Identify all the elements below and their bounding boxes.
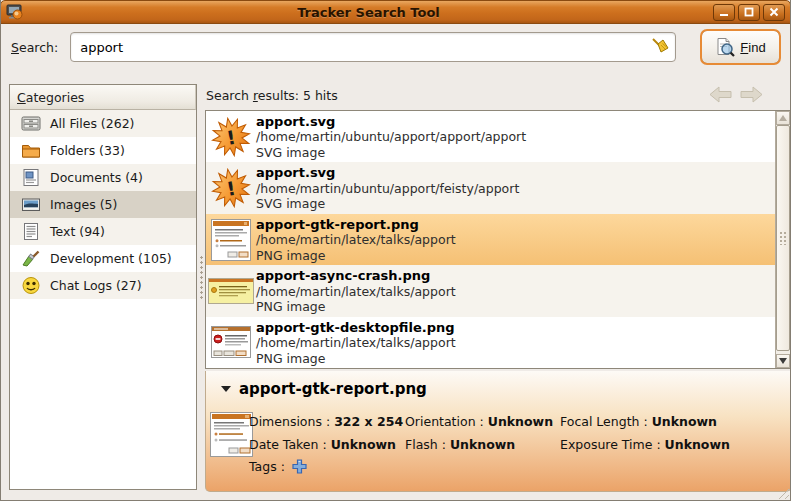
sidebar-item-all-files[interactable]: All Files (262) (10, 110, 196, 137)
metadata-field: Flash : Unknown (405, 437, 560, 452)
svg-crash-icon: ! (211, 168, 251, 208)
text-icon (21, 222, 41, 241)
result-title: apport.svg (256, 165, 519, 181)
window-title: Tracker Search Tool (24, 5, 713, 20)
all-files-icon (21, 114, 41, 133)
sidebar-item-folders[interactable]: Folders (33) (10, 137, 196, 164)
categories-panel: Categories All Files (262) Folders (33) (9, 84, 197, 490)
folder-icon (21, 141, 41, 160)
png-thumbnail (208, 278, 254, 304)
result-path: /home/martin/ubuntu/apport/apport/apport (256, 129, 526, 145)
search-input[interactable] (70, 32, 676, 62)
find-icon (715, 37, 735, 57)
result-type: SVG image (256, 145, 526, 161)
metadata-field: Exposure Time : Unknown (560, 437, 730, 452)
pane-resize-handle[interactable] (199, 255, 204, 301)
next-results-icon[interactable] (739, 85, 764, 104)
scrollbar-grip-icon (779, 231, 787, 245)
tracker-app-icon (5, 3, 24, 21)
result-row[interactable]: ! apport.svg /home/martin/ubuntu/apport/… (206, 111, 775, 162)
results-list: ! apport.svg /home/martin/ubuntu/apport/… (205, 110, 791, 369)
result-type: PNG image (256, 248, 456, 264)
details-expander[interactable]: apport-gtk-report.png (221, 380, 427, 398)
metadata-field: Dimensions : 322 x 254 (249, 414, 405, 429)
maximize-icon (743, 6, 755, 18)
sidebar-item-documents[interactable]: Documents (4) (10, 164, 196, 191)
find-button[interactable]: Find (701, 30, 780, 64)
result-row-selected[interactable]: apport-gtk-report.png /home/martin/latex… (206, 214, 775, 265)
sidebar-item-chat-logs[interactable]: Chat Logs (27) (10, 272, 196, 299)
png-thumbnail (211, 326, 251, 358)
scroll-down-icon (779, 358, 787, 364)
search-label: Search: (11, 40, 58, 55)
development-icon (21, 249, 41, 268)
results-scrollbar[interactable] (775, 111, 790, 368)
sidebar-item-label: Chat Logs (27) (50, 278, 142, 293)
chat-logs-icon (21, 276, 41, 295)
sidebar-item-label: Development (105) (50, 251, 172, 266)
add-tag-icon[interactable] (292, 459, 307, 474)
scroll-down-button[interactable] (776, 354, 790, 368)
png-thumbnail (211, 219, 251, 261)
result-path: /home/martin/latex/talks/apport (256, 232, 456, 248)
tracker-search-tool-window: Tracker Search Tool Search: (0, 0, 791, 501)
metadata-field: Date Taken : Unknown (249, 437, 405, 452)
result-type: SVG image (256, 196, 519, 212)
metadata-field: Focal Length : Unknown (560, 414, 730, 429)
scroll-up-button[interactable] (776, 111, 790, 125)
find-label: Find (740, 40, 765, 55)
sidebar-item-label: Text (94) (50, 224, 105, 239)
expander-triangle-icon (221, 386, 231, 392)
metadata-field: Orientation : Unknown (405, 414, 560, 429)
result-path: /home/martin/latex/talks/apport (256, 335, 456, 351)
minimize-button[interactable] (713, 4, 735, 21)
categories-header[interactable]: Categories (10, 85, 196, 110)
result-title: apport-async-crash.png (256, 268, 456, 284)
details-title: apport-gtk-report.png (239, 380, 427, 398)
maximize-button[interactable] (738, 4, 760, 21)
document-icon (21, 168, 41, 187)
close-icon (768, 6, 780, 18)
sidebar-item-label: All Files (262) (50, 116, 135, 131)
previous-results-icon[interactable] (708, 85, 733, 104)
result-type: PNG image (256, 351, 456, 367)
result-title: apport-gtk-report.png (256, 217, 456, 233)
sidebar-item-text[interactable]: Text (94) (10, 218, 196, 245)
sidebar-item-label: Documents (4) (50, 170, 143, 185)
minimize-icon (718, 6, 730, 18)
result-path: /home/martin/ubuntu/apport/feisty/apport (256, 181, 519, 197)
scrollbar-thumb[interactable] (776, 125, 790, 351)
sidebar-item-images[interactable]: Images (5) (10, 191, 196, 218)
search-bar: Search: Find (1, 29, 790, 65)
sidebar-item-development[interactable]: Development (105) (10, 245, 196, 272)
result-row[interactable]: apport-async-crash.png /home/martin/late… (206, 265, 775, 316)
clear-search-icon[interactable] (649, 37, 669, 57)
result-row[interactable]: apport-gtk-desktopfile.png /home/martin/… (206, 317, 775, 368)
scroll-up-icon (779, 115, 787, 121)
result-row[interactable]: ! apport.svg /home/martin/ubuntu/apport/… (206, 162, 775, 213)
results-count-label: Search results: 5 hits (206, 88, 338, 103)
sidebar-item-label: Images (5) (50, 197, 117, 212)
result-title: apport.svg (256, 114, 526, 130)
result-type: PNG image (256, 299, 456, 315)
svg-crash-icon: ! (211, 117, 251, 157)
result-title: apport-gtk-desktopfile.png (256, 320, 456, 336)
close-button[interactable] (763, 4, 785, 21)
details-thumbnail (210, 412, 253, 457)
details-panel: apport-gtk-report.png Dimensions : 322 x… (205, 371, 791, 492)
result-path: /home/martin/latex/talks/apport (256, 284, 456, 300)
tags-label: Tags : (249, 459, 285, 474)
image-icon (21, 195, 41, 214)
titlebar[interactable]: Tracker Search Tool (0, 0, 791, 24)
metadata-grid: Dimensions : 322 x 254 Orientation : Unk… (249, 410, 730, 456)
sidebar-item-label: Folders (33) (50, 143, 125, 158)
